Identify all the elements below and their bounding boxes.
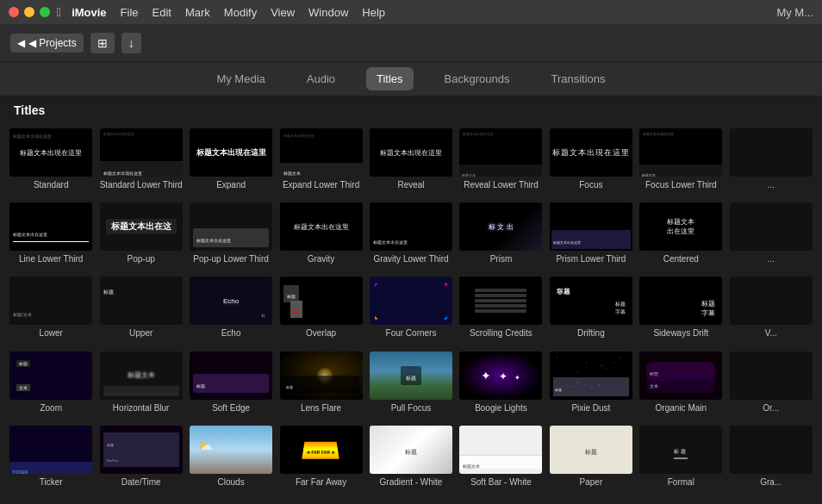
tile-label: Overlap	[306, 327, 336, 339]
tile-label: Line Lower Third	[19, 253, 83, 264]
tile-label: Lower	[40, 327, 63, 339]
tile-label: Clouds	[218, 476, 245, 488]
title-tile[interactable]: ...	[727, 126, 815, 198]
title-tile[interactable]: 标题Pull Focus	[367, 349, 455, 421]
title-tile[interactable]: 标题文本Soft Bar - White	[457, 423, 545, 495]
title-tile[interactable]: 标 文 出Prism	[457, 200, 545, 272]
title-tile[interactable]: 标题文本出现在这里标题文本出現在這里Standard	[7, 126, 95, 198]
title-tile[interactable]: 标题文本出在这里Line Lower Third	[7, 200, 95, 272]
title-tile[interactable]: 标题文本出现在这里标题文本Focus Lower Third	[637, 126, 725, 198]
title-tile[interactable]: 标题文本出在这里Centered	[637, 200, 725, 272]
tile-label: Pop-up Lower Third	[193, 253, 269, 264]
title-tile[interactable]: ····················标题Pixie Dust	[547, 349, 635, 421]
tile-label: Focus Lower Third	[645, 179, 717, 190]
tab-audio[interactable]: Audio	[296, 67, 346, 90]
tile-label: Expand	[216, 179, 246, 190]
tab-my-media[interactable]: My Media	[206, 67, 275, 90]
tile-label: Paper	[580, 476, 603, 488]
tile-label: Soft Edge	[212, 402, 250, 414]
tile-label: Centered	[663, 253, 699, 264]
tile-label: Gravity Lower Third	[373, 253, 448, 264]
tile-label: Lens Flare	[301, 402, 341, 414]
title-tile[interactable]: 标题文本Horizontal Blur	[97, 349, 184, 421]
title-tile[interactable]: 标题文本Zoom	[7, 349, 95, 421]
tile-label: Expand Lower Third	[283, 179, 359, 190]
title-tile[interactable]: 标题/文本Lower	[7, 274, 95, 346]
projects-label: ◀ Projects	[28, 37, 77, 49]
tile-label: Scrolling Credits	[470, 327, 532, 339]
section-title: Titles	[0, 96, 822, 122]
tile-label: V...	[765, 327, 777, 339]
title-tile[interactable]: 标题字幕标题字幕Drifting	[547, 274, 635, 346]
title-tile[interactable]: TICKERTicker	[7, 423, 95, 495]
title-tile[interactable]: 标题文本出在这Pop-up	[97, 200, 184, 272]
title-tile[interactable]: 标题文本出在这里Prism Lower Third	[547, 200, 635, 272]
download-icon: ↓	[128, 36, 134, 50]
titles-grid: 标题文本出现在这里标题文本出現在這里Standard标题文本出现在这里标题文本出…	[0, 122, 822, 499]
titlebar:  iMovie File Edit Mark Modify View Wind…	[0, 0, 822, 24]
title-tile[interactable]: Scrolling Credits	[457, 274, 545, 346]
title-tile[interactable]: 标题文本出在这里Pop-up Lower Third	[187, 200, 275, 272]
toolbar: ◀ ◀ Projects ⊞ ↓	[0, 24, 822, 62]
title-tile[interactable]: 标题文本出現在這里Focus	[547, 126, 635, 198]
tile-label: ...	[768, 253, 775, 264]
menu-mark[interactable]: Mark	[185, 6, 210, 19]
title-tile[interactable]: 标题文本出在这里Gravity	[277, 200, 364, 272]
title-tile[interactable]: 标题文本Organic Main	[637, 349, 725, 421]
title-tile[interactable]: ◤◥◣◢Four Corners	[367, 274, 455, 346]
title-tile[interactable]: 标题文本出现在这里标题文本Reveal Lower Third	[457, 126, 545, 198]
menu-file[interactable]: File	[121, 6, 139, 19]
title-tile[interactable]: 标题Paper	[547, 423, 635, 495]
title-tile[interactable]: 标题Soft Edge	[187, 349, 275, 421]
tab-backgrounds[interactable]: Backgrounds	[434, 67, 520, 90]
menu-modify[interactable]: Modify	[224, 6, 257, 19]
tile-label: Upper	[129, 327, 153, 339]
traffic-lights	[9, 7, 50, 17]
tile-label: Date/Time	[121, 476, 161, 488]
title-tile[interactable]: ★ FAR FAR ★Far Far Away	[277, 423, 364, 495]
tile-label: Prism Lower Third	[556, 253, 626, 264]
tile-label: Organic Main	[656, 402, 707, 414]
fullscreen-button[interactable]	[40, 7, 50, 17]
title-tile[interactable]: 标题Formal	[637, 423, 725, 495]
title-tile[interactable]: 标题文本出现在这里标题文本出现在这里Standard Lower Third	[97, 126, 184, 198]
chevron-left-icon: ◀	[17, 37, 25, 49]
tile-label: Formal	[668, 476, 694, 488]
title-tile[interactable]: Or...	[727, 349, 815, 421]
menu-help[interactable]: Help	[362, 6, 385, 19]
title-tile[interactable]: 标题文本出現在這里Expand	[187, 126, 275, 198]
title-tile[interactable]: V...	[727, 274, 815, 346]
tile-label: Pop-up	[128, 253, 155, 264]
title-tile[interactable]: 标题Date/TimeDate/Time	[97, 423, 184, 495]
projects-button[interactable]: ◀ ◀ Projects	[10, 34, 84, 53]
title-tile[interactable]: ...	[727, 200, 815, 272]
title-tile[interactable]: 标题字幕Sideways Drift	[637, 274, 725, 346]
minimize-button[interactable]	[24, 7, 34, 17]
title-tile[interactable]: 标題文本出現在這里Reveal	[367, 126, 455, 198]
menu-window[interactable]: Window	[308, 6, 348, 19]
download-button[interactable]: ↓	[121, 33, 141, 53]
title-tile[interactable]: 标题Upper	[97, 274, 184, 346]
title-tile[interactable]: 标题文本出在这里Gravity Lower Third	[367, 200, 455, 272]
title-tile[interactable]: Gra...	[727, 423, 815, 495]
title-tile[interactable]: ✦ ✦ ✦ Boogie Lights	[457, 349, 545, 421]
title-tile[interactable]: 标题Gradient - White	[367, 423, 455, 495]
tile-label: Gravity	[308, 253, 335, 264]
tile-label: Gra...	[760, 476, 782, 488]
title-tile[interactable]: Echo标Echo	[187, 274, 275, 346]
tab-transitions[interactable]: Transitions	[540, 67, 615, 90]
menu-edit[interactable]: Edit	[153, 6, 171, 19]
title-tile[interactable]: ⛅Clouds	[187, 423, 275, 495]
view-toggle-button[interactable]: ⊞	[90, 33, 115, 53]
tile-label: Reveal Lower Third	[464, 179, 539, 190]
tabbar: My Media Audio Titles Backgrounds Transi…	[0, 62, 822, 96]
title-tile[interactable]: 标题文本出现在这里标题文本Expand Lower Third	[277, 126, 364, 198]
title-tile[interactable]: 标题■■Overlap	[277, 274, 364, 346]
title-tile[interactable]: 标题Lens Flare	[277, 349, 364, 421]
close-button[interactable]	[9, 7, 19, 17]
tile-label: Soft Bar - White	[470, 476, 532, 488]
tile-label: Pixie Dust	[571, 402, 610, 414]
tab-titles[interactable]: Titles	[366, 67, 414, 90]
window-title: My M...	[776, 6, 813, 19]
menu-view[interactable]: View	[271, 6, 295, 19]
